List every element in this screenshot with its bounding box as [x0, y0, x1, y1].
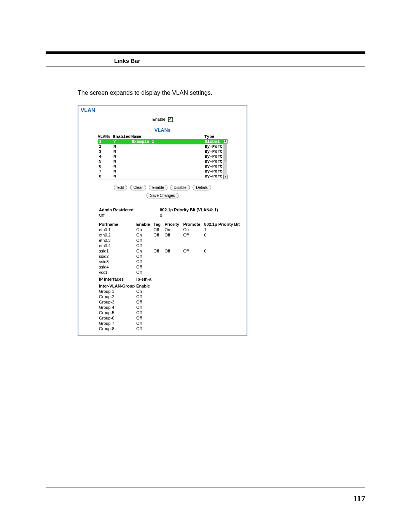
port-enable: On — [136, 233, 153, 238]
group-name: Group-2 — [99, 294, 136, 300]
scroll-up-icon[interactable]: ▲ — [223, 139, 228, 144]
group-enable: Off — [136, 326, 241, 332]
port-row: eth0.3Off — [99, 238, 241, 243]
inter-vlan-group-head: Inter-VLAN-GroupEnable — [99, 282, 241, 289]
port-tag — [153, 254, 164, 259]
port-pbit — [204, 259, 241, 265]
button-row-2: Save Changes — [81, 193, 244, 198]
clear-button[interactable]: Clear — [130, 185, 146, 190]
col-promote: Promote — [183, 222, 204, 227]
port-pbit — [204, 265, 241, 270]
port-name: ssid3 — [99, 259, 136, 265]
scroll-down-icon[interactable]: ▼ — [223, 175, 228, 179]
port-row: ssid4Off — [99, 265, 241, 270]
col-enabled: Enabled — [113, 134, 131, 139]
port-enable: On — [136, 227, 153, 233]
vlan-row[interactable]: 8NBy-Port — [98, 174, 227, 179]
disable-button[interactable]: Disable — [170, 185, 190, 190]
port-row: ssid2Off — [99, 254, 241, 259]
vlan-row-name — [132, 149, 205, 154]
col-enable: Enable — [136, 222, 153, 227]
port-enable: Off — [136, 238, 153, 243]
vlan-row-en: Y — [113, 139, 132, 144]
vlan-row[interactable]: 2NBy-Port — [98, 144, 227, 149]
col-vlan-num: VLAN# — [98, 134, 113, 139]
port-pbit — [204, 254, 241, 259]
vlan-row-n: 5 — [99, 159, 113, 164]
port-enable: On — [136, 249, 153, 254]
vlan-row-name: Example 1 — [132, 139, 205, 144]
intro-text: The screen expands to display the VLAN s… — [78, 89, 365, 96]
port-priority — [164, 259, 183, 265]
vlans-subhead: VLANs — [81, 127, 244, 133]
port-priority — [164, 243, 183, 249]
enable-button[interactable]: Enable — [149, 185, 167, 190]
priority-bit-value: 0 — [160, 213, 241, 217]
priority-bit-label: 802.1p Priority Bit (VLAN#: 1) — [160, 208, 241, 212]
vlan-row-n: 3 — [99, 149, 113, 154]
group-row: Group-7Off — [99, 321, 241, 326]
col-priority: Priority — [164, 222, 183, 227]
port-name: vcc1 — [99, 270, 136, 275]
group-row: Group-8Off — [99, 326, 241, 332]
port-enable: Off — [136, 243, 153, 249]
vlan-row-en: N — [113, 164, 132, 169]
port-name: eth0.3 — [99, 238, 136, 243]
vlan-row-n: 6 — [99, 164, 113, 169]
vlan-row-name — [132, 144, 205, 149]
enable-checkbox[interactable] — [168, 117, 173, 122]
port-enable: Off — [136, 254, 153, 259]
port-promote — [183, 238, 204, 243]
details-button[interactable]: Details — [193, 185, 211, 190]
group-row: Group-6Off — [99, 316, 241, 321]
vlan-row[interactable]: 3NBy-Port — [98, 149, 227, 154]
scroll-thumb[interactable] — [224, 144, 227, 162]
vlan-row-en: N — [113, 154, 132, 159]
vlan-row-en: N — [113, 174, 132, 179]
port-row: ssid1OnOffOffOff0 — [99, 249, 241, 254]
group-row: Group-4Off — [99, 305, 241, 310]
port-promote — [183, 265, 204, 270]
port-pbit: 1 — [204, 227, 241, 233]
vlan-list[interactable]: ▲ ▼ 1YExample 1Global2NBy-Port3NBy-Port4… — [98, 139, 227, 179]
port-row: vcc1Off — [99, 270, 241, 275]
port-row: ssid3Off — [99, 259, 241, 265]
port-pbit — [204, 270, 241, 275]
port-tag — [153, 270, 164, 275]
vlan-panel: VLAN Enable VLANs VLAN# Enabled Name Typ… — [78, 105, 247, 336]
port-tag: Off — [153, 227, 164, 233]
port-pbit: 0 — [204, 249, 241, 254]
col-type: Type — [204, 134, 227, 139]
vlan-row[interactable]: 1YExample 1Global — [98, 139, 227, 144]
vlan-row[interactable]: 7NBy-Port — [98, 169, 227, 174]
group-enable: Off — [136, 305, 241, 310]
group-enable: Off — [136, 316, 241, 321]
page-number: 117 — [353, 494, 365, 503]
vlan-row-n: 4 — [99, 154, 113, 159]
port-priority — [164, 254, 183, 259]
vlan-row-n: 1 — [99, 139, 113, 144]
vlan-row-en: N — [113, 159, 132, 164]
vlan-row[interactable]: 5NBy-Port — [98, 159, 227, 164]
group-enable: Off — [136, 300, 241, 305]
group-name: Group-6 — [99, 316, 136, 321]
port-promote — [183, 254, 204, 259]
vlan-row[interactable]: 4NBy-Port — [98, 154, 227, 159]
top-thin-rule — [46, 66, 365, 67]
port-priority — [164, 270, 183, 275]
port-priority — [164, 265, 183, 270]
col-portname: Portname — [99, 222, 136, 227]
vlan-row[interactable]: 6NBy-Port — [98, 164, 227, 169]
port-pbit — [204, 243, 241, 249]
ip-interfaces-label: IP interfaces — [99, 275, 136, 282]
edit-button[interactable]: Edit — [114, 185, 127, 190]
col-pbit: 802.1p Priority Bit — [204, 222, 241, 227]
port-priority: Off — [164, 249, 183, 254]
port-row: eth0.2OnOffOffOff0 — [99, 233, 241, 238]
inter-vlan-group-enable: Enable — [136, 282, 241, 289]
save-changes-button[interactable]: Save Changes — [147, 193, 178, 198]
port-promote — [183, 243, 204, 249]
vlan-list-scrollbar[interactable]: ▲ ▼ — [223, 139, 227, 179]
ip-interfaces-row: IP interfacesip-eth-a — [99, 275, 241, 282]
port-row: eth0.1OnOffOnOn1 — [99, 227, 241, 233]
